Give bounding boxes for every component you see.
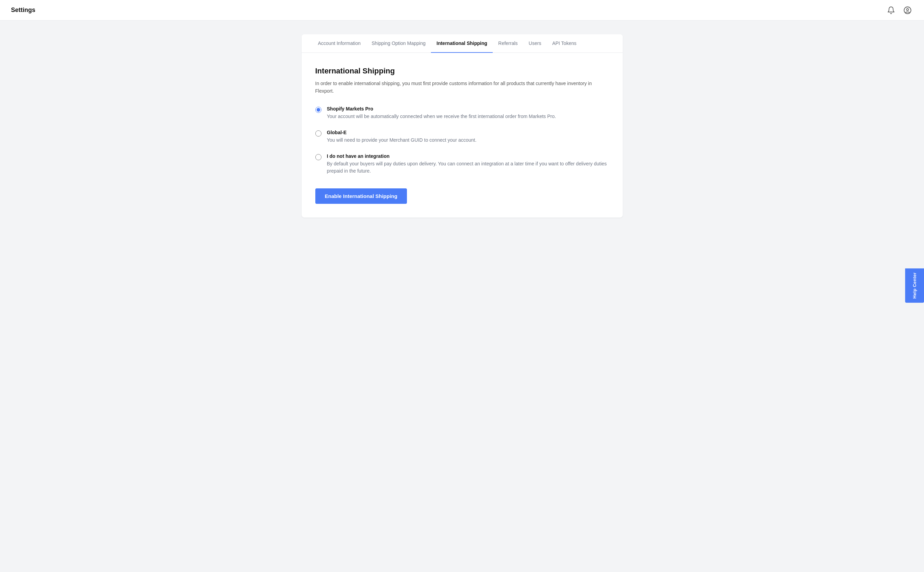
international-shipping-panel: International Shipping In order to enabl… — [301, 53, 623, 218]
option-shopify-markets-pro: Shopify Markets Pro Your account will be… — [315, 106, 609, 120]
panel-description: In order to enable international shippin… — [315, 79, 609, 95]
user-icon — [904, 6, 912, 14]
svg-point-1 — [907, 9, 908, 11]
panel-title: International Shipping — [315, 67, 609, 76]
user-account-button[interactable] — [902, 5, 913, 16]
radio-global-e[interactable] — [315, 131, 321, 137]
svg-point-0 — [904, 7, 911, 14]
tab-international-shipping[interactable]: International Shipping — [431, 34, 493, 53]
header-icons — [885, 5, 913, 16]
radio-shopify-markets-pro[interactable] — [315, 107, 321, 113]
help-center-button[interactable]: Help Center — [905, 268, 924, 302]
radio-label-global-e: Global-E You will need to provide your M… — [327, 130, 477, 144]
header: Settings — [0, 0, 924, 20]
tab-users[interactable]: Users — [523, 34, 547, 53]
notification-bell-button[interactable] — [885, 5, 896, 16]
settings-card: Account Information Shipping Option Mapp… — [301, 34, 623, 218]
tab-referrals[interactable]: Referrals — [493, 34, 523, 53]
tab-api-tokens[interactable]: API Tokens — [547, 34, 582, 53]
tab-shipping-option-mapping[interactable]: Shipping Option Mapping — [366, 34, 431, 53]
page-title: Settings — [11, 6, 35, 14]
tab-account-information[interactable]: Account Information — [312, 34, 366, 53]
main-content: Account Information Shipping Option Mapp… — [290, 20, 634, 231]
enable-international-shipping-button[interactable]: Enable International Shipping — [315, 188, 407, 204]
option-title-shopify-markets-pro: Shopify Markets Pro — [327, 106, 556, 112]
radio-label-no-integration: I do not have an integration By default … — [327, 153, 609, 175]
radio-label-shopify-markets-pro: Shopify Markets Pro Your account will be… — [327, 106, 556, 120]
tabs-nav: Account Information Shipping Option Mapp… — [301, 34, 623, 53]
option-title-no-integration: I do not have an integration — [327, 153, 609, 159]
option-global-e: Global-E You will need to provide your M… — [315, 130, 609, 144]
option-desc-shopify-markets-pro: Your account will be automatically conne… — [327, 113, 556, 120]
option-desc-global-e: You will need to provide your Merchant G… — [327, 137, 477, 144]
radio-no-integration[interactable] — [315, 154, 321, 160]
option-desc-no-integration: By default your buyers will pay duties u… — [327, 160, 609, 175]
option-title-global-e: Global-E — [327, 130, 477, 135]
option-no-integration: I do not have an integration By default … — [315, 153, 609, 175]
bell-icon — [887, 6, 895, 14]
